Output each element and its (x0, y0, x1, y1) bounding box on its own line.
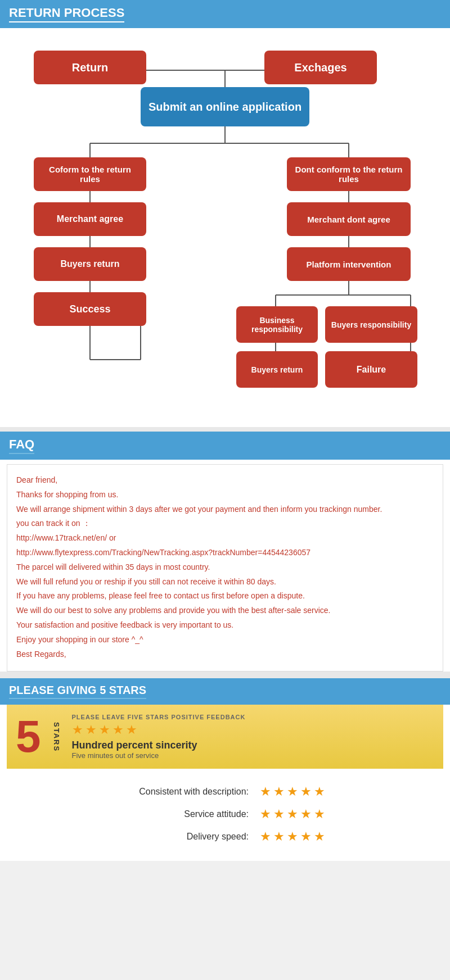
delivery-star-2: ★ (273, 829, 285, 844)
desc-star-3: ★ (287, 784, 298, 799)
return-button[interactable]: Return (34, 51, 146, 84)
faq-content: Dear friend, Thanks for shopping from us… (7, 464, 443, 672)
faq-line-1: Thanks for shopping from us. (16, 488, 434, 502)
rating-row-service: Service attitude: ★ ★ ★ ★ ★ (17, 807, 433, 822)
faq-line-3: you can track it on ： (16, 517, 434, 530)
failure-box: Failure (325, 351, 417, 388)
service-star-1: ★ (260, 807, 271, 822)
delivery-star-1: ★ (260, 829, 271, 844)
buyers-responsibility-box: Buyers responsibility (325, 306, 417, 343)
merchant-agree-box: Merchant agree (34, 202, 146, 236)
star-5: ★ (126, 723, 137, 737)
service-star-3: ★ (287, 807, 298, 822)
desc-star-5: ★ (314, 784, 325, 799)
submit-application-button[interactable]: Submit an online application (141, 87, 309, 126)
faq-line-4: http://www.17track.net/en/ or (16, 532, 434, 545)
faq-line-0: Dear friend, (16, 474, 434, 487)
dont-conform-box: Dont conform to the return rules (287, 157, 411, 191)
rating-label-delivery: Delivery speed: (125, 832, 249, 842)
platform-intervention-box: Platform intervention (287, 247, 411, 281)
faq-line-5: http://www.flytexpress.com/Tracking/NewT… (16, 546, 434, 560)
success-box: Success (34, 292, 146, 326)
rating-rows: Consistent with description: ★ ★ ★ ★ ★ S… (0, 775, 450, 861)
buyers-return-right-box: Buyers return (236, 351, 318, 388)
big-number: 5 (16, 714, 41, 759)
business-responsibility-box: Business responsibility (236, 306, 318, 343)
rating-label-description: Consistent with description: (125, 787, 249, 797)
return-process-section: RETURN PROCESS (0, 0, 450, 427)
conform-rules-box: Coform to the return rules (34, 157, 146, 191)
faq-line-12: Best Regards, (16, 648, 434, 661)
page-wrapper: RETURN PROCESS (0, 0, 450, 861)
star-1: ★ (72, 723, 83, 737)
rating-row-description: Consistent with description: ★ ★ ★ ★ ★ (17, 784, 433, 799)
buyers-return-left-box: Buyers return (34, 247, 146, 281)
hundred-text: Hundred percent sincerity (72, 739, 435, 751)
service-star-2: ★ (273, 807, 285, 822)
return-process-header-bar: RETURN PROCESS (0, 0, 450, 28)
faq-line-2: We will arrange shipment within 3 days a… (16, 503, 434, 516)
flowchart-wrapper: Return Exchages Submit an online applica… (0, 28, 450, 427)
faq-header-bar: FAQ (0, 432, 450, 460)
faq-line-11: Enjoy your shopping in our store ^_^ (16, 633, 434, 647)
delivery-star-3: ★ (287, 829, 298, 844)
service-star-4: ★ (300, 807, 312, 822)
stars-banner: 5 STARS PLEASE LEAVE FIVE STARS POSITIVE… (7, 705, 443, 769)
desc-star-4: ★ (300, 784, 312, 799)
delivery-star-4: ★ (300, 829, 312, 844)
stars-section: PLEASE GIVING 5 STARS 5 STARS PLEASE LEA… (0, 678, 450, 861)
faq-title: FAQ (9, 437, 34, 454)
faq-line-6: The parcel will delivered within 35 days… (16, 561, 434, 574)
five-min-text: Five minutes out of service (72, 751, 435, 760)
merchant-dont-agree-box: Merchant dont agree (287, 202, 411, 236)
star-3: ★ (99, 723, 110, 737)
rating-row-delivery: Delivery speed: ★ ★ ★ ★ ★ (17, 829, 433, 844)
faq-line-8: If you have any problems, please feel fr… (16, 589, 434, 603)
faq-line-10: Your satisfaction and positive feedback … (16, 619, 434, 632)
banner-stars: ★ ★ ★ ★ ★ (72, 723, 435, 737)
stars-title: PLEASE GIVING 5 STARS (9, 684, 146, 699)
faq-line-9: We will do our best to solve any problem… (16, 604, 434, 618)
stars-header-bar: PLEASE GIVING 5 STARS (0, 678, 450, 705)
rating-stars-description: ★ ★ ★ ★ ★ (260, 784, 325, 799)
exchanges-button[interactable]: Exchages (264, 51, 377, 84)
rating-stars-delivery: ★ ★ ★ ★ ★ (260, 829, 325, 844)
delivery-star-5: ★ (314, 829, 325, 844)
service-star-5: ★ (314, 807, 325, 822)
faq-line-7: We will full refund you or reship if you… (16, 575, 434, 589)
faq-section: FAQ Dear friend, Thanks for shopping fro… (0, 432, 450, 672)
rating-stars-service: ★ ★ ★ ★ ★ (260, 807, 325, 822)
please-feedback-text: PLEASE LEAVE FIVE STARS POSITIVE FEEDBAC… (72, 714, 435, 720)
rating-label-service: Service attitude: (125, 809, 249, 819)
desc-star-1: ★ (260, 784, 271, 799)
chart-container: Return Exchages Submit an online applica… (17, 39, 433, 421)
star-2: ★ (86, 723, 97, 737)
stars-vertical-text: STARS (52, 722, 61, 752)
return-process-title: RETURN PROCESS (9, 6, 124, 22)
desc-star-2: ★ (273, 784, 285, 799)
star-4: ★ (112, 723, 124, 737)
stars-right-content: PLEASE LEAVE FIVE STARS POSITIVE FEEDBAC… (72, 714, 435, 760)
